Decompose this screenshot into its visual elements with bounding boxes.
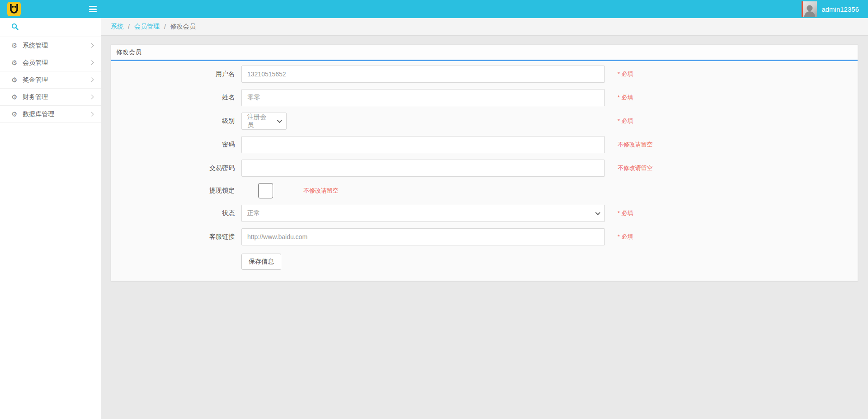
status-select[interactable]: 正常 xyxy=(241,205,605,222)
main-area: 系统 / 会员管理 / 修改会员 修改会员 用户名 * 必填 姓名 * 必填 级… xyxy=(101,18,868,419)
sidebar-search[interactable] xyxy=(0,18,101,37)
field-control xyxy=(241,160,605,177)
username-label: admin12356 xyxy=(821,5,859,13)
field-hint: * 必填 xyxy=(618,233,633,241)
brand-smiley-logo[interactable] xyxy=(7,2,21,16)
sidebar-item-label: 数据库管理 xyxy=(23,110,90,118)
sidebar-item-label: 财务管理 xyxy=(23,93,90,101)
field-hint: * 必填 xyxy=(618,70,633,78)
field-label: 交易密码 xyxy=(111,164,241,172)
breadcrumb: 系统 / 会员管理 / 修改会员 xyxy=(101,18,868,36)
field-label: 密码 xyxy=(111,141,241,149)
field-control xyxy=(241,136,605,153)
select-value: 注册会员 xyxy=(247,113,272,129)
field-label: 提现锁定 xyxy=(111,187,241,195)
sidebar-item-label: 系统管理 xyxy=(23,42,90,50)
panel-header: 修改会员 xyxy=(111,45,858,61)
service-link-input[interactable] xyxy=(241,228,605,245)
realname-input[interactable] xyxy=(241,89,605,106)
field-hint: 不修改请留空 xyxy=(618,141,653,149)
breadcrumb-separator: / xyxy=(164,23,166,30)
gear-icon: ⚙ xyxy=(11,111,23,118)
sidebar-item-财务管理[interactable]: ⚙ 财务管理 xyxy=(0,89,101,106)
gear-icon: ⚙ xyxy=(11,59,23,66)
field-hint: 不修改请留空 xyxy=(303,187,339,195)
panel-title: 修改会员 xyxy=(116,48,142,56)
sidebar-item-会员管理[interactable]: ⚙ 会员管理 xyxy=(0,54,101,71)
sidebar: ⚙ 系统管理 ⚙ 会员管理 ⚙ 奖金管理 ⚙ 财务管理 ⚙ 数据库管理 xyxy=(0,18,101,419)
form-row: 提现锁定 不修改请留空 xyxy=(111,183,858,198)
hamburger-icon[interactable] xyxy=(89,6,97,12)
sidebar-item-奖金管理[interactable]: ⚙ 奖金管理 xyxy=(0,71,101,89)
field-hint: * 必填 xyxy=(618,209,633,217)
gear-icon: ⚙ xyxy=(11,94,23,100)
field-hint: 不修改请留空 xyxy=(618,164,653,172)
breadcrumb-separator: / xyxy=(128,23,130,30)
breadcrumb-link-members[interactable]: 会员管理 xyxy=(134,23,160,31)
form-row: 密码 不修改请留空 xyxy=(111,136,858,153)
gear-icon: ⚙ xyxy=(11,76,23,83)
chevron-down-icon xyxy=(595,210,600,215)
password-input[interactable] xyxy=(241,136,605,153)
field-control: 不修改请留空 xyxy=(241,183,339,198)
chevron-right-icon xyxy=(90,61,94,65)
field-control xyxy=(241,66,605,83)
field-control xyxy=(241,89,605,106)
edit-member-form: 用户名 * 必填 姓名 * 必填 级别 注册会员 * 必填 密码 不修改请留空 … xyxy=(111,66,858,245)
form-row: 交易密码 不修改请留空 xyxy=(111,160,858,177)
form-row: 姓名 * 必填 xyxy=(111,89,858,106)
sidebar-menu: ⚙ 系统管理 ⚙ 会员管理 ⚙ 奖金管理 ⚙ 财务管理 ⚙ 数据库管理 xyxy=(0,37,101,123)
field-control xyxy=(241,228,605,245)
form-row: 客服链接 * 必填 xyxy=(111,228,858,245)
chevron-right-icon xyxy=(90,112,94,117)
breadcrumb-link-system[interactable]: 系统 xyxy=(111,23,123,31)
avatar xyxy=(802,1,817,17)
form-row: 用户名 * 必填 xyxy=(111,66,858,83)
sidebar-item-label: 会员管理 xyxy=(23,59,90,67)
breadcrumb-current: 修改会员 xyxy=(170,23,196,31)
trade-password-input[interactable] xyxy=(241,160,605,177)
chevron-right-icon xyxy=(90,95,94,99)
chevron-right-icon xyxy=(90,78,94,82)
form-row: 级别 注册会员 * 必填 xyxy=(111,113,858,130)
field-hint: * 必填 xyxy=(618,117,633,125)
user-menu[interactable]: admin12356 xyxy=(802,0,859,18)
gear-icon: ⚙ xyxy=(11,42,23,49)
field-label: 级别 xyxy=(111,117,241,125)
topbar: admin12356 xyxy=(0,0,868,18)
field-label: 姓名 xyxy=(111,94,241,102)
username-input[interactable] xyxy=(241,66,605,83)
chevron-down-icon xyxy=(277,118,282,123)
level-select[interactable]: 注册会员 xyxy=(241,113,287,130)
panel-body: 用户名 * 必填 姓名 * 必填 级别 注册会员 * 必填 密码 不修改请留空 … xyxy=(111,61,858,281)
field-label: 客服链接 xyxy=(111,233,241,241)
select-value: 正常 xyxy=(247,209,260,217)
withdraw-lock-checkbox[interactable] xyxy=(258,183,273,198)
sidebar-item-数据库管理[interactable]: ⚙ 数据库管理 xyxy=(0,106,101,123)
field-hint: * 必填 xyxy=(618,94,633,102)
sidebar-item-label: 奖金管理 xyxy=(23,76,90,84)
field-label: 状态 xyxy=(111,209,241,217)
chevron-right-icon xyxy=(90,43,94,48)
field-control: 注册会员 xyxy=(241,113,605,130)
save-button[interactable]: 保存信息 xyxy=(241,254,281,270)
search-icon xyxy=(11,23,19,32)
field-control: 正常 xyxy=(241,205,605,222)
field-label: 用户名 xyxy=(111,70,241,78)
form-row: 状态 正常 * 必填 xyxy=(111,205,858,222)
edit-member-panel: 修改会员 用户名 * 必填 姓名 * 必填 级别 注册会员 * 必填 密码 xyxy=(111,44,858,281)
sidebar-item-系统管理[interactable]: ⚙ 系统管理 xyxy=(0,37,101,54)
